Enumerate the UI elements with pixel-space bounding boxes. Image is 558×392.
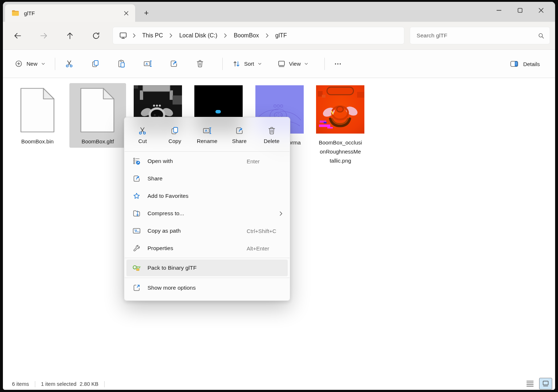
svg-text:A: A <box>145 62 148 66</box>
status-divider <box>35 381 35 387</box>
view-button[interactable]: View <box>273 57 313 71</box>
toolbar-separator <box>324 58 325 70</box>
menu-separator <box>125 278 290 278</box>
quick-actions-row: Cut Copy A Rename Share Delete <box>124 118 290 151</box>
menu-item-pack-to-binary-gltf[interactable]: lTF Pack to Binary glTF <box>126 260 288 276</box>
menu-item-copy-as-path[interactable]: Copy as path Ctrl+Shift+C <box>124 222 290 240</box>
delete-button[interactable] <box>191 56 209 72</box>
menu-item-compress-to[interactable]: Compress to... <box>124 205 290 222</box>
search-box <box>410 27 550 44</box>
details-view-toggle[interactable] <box>524 378 536 389</box>
share-icon <box>235 126 244 135</box>
file-boombox-bin[interactable] <box>20 88 54 132</box>
document-icon <box>20 88 54 132</box>
view-button-label: View <box>289 61 301 67</box>
rename-icon: A <box>202 126 212 135</box>
command-toolbar: New A Sort View <box>3 50 555 78</box>
search-input[interactable] <box>416 32 538 39</box>
breadcrumb-boombox[interactable]: BoomBox <box>230 31 262 40</box>
context-share-button[interactable]: Share <box>224 121 255 149</box>
sort-icon <box>232 60 241 68</box>
svg-text:A: A <box>205 129 207 132</box>
ellipsis-icon <box>333 59 343 69</box>
file-explorer-window: glTF + <box>3 2 555 390</box>
share-button[interactable] <box>165 56 182 72</box>
thumbnail-view-toggle[interactable] <box>539 378 552 389</box>
breadcrumb-chevron-icon <box>263 33 271 38</box>
menu-item-share[interactable]: Share <box>124 170 290 187</box>
maximize-button[interactable] <box>509 2 530 19</box>
tab-bar: glTF + <box>3 2 555 22</box>
copy-path-icon <box>132 226 141 235</box>
context-cut-button[interactable]: Cut <box>127 121 158 149</box>
menu-item-open-with[interactable]: Open with Enter <box>124 152 290 170</box>
close-button[interactable] <box>530 2 551 19</box>
menu-separator <box>125 151 290 152</box>
details-pane-button[interactable]: Details <box>506 56 543 71</box>
tab-close-icon[interactable] <box>121 8 131 18</box>
share-icon <box>132 174 141 183</box>
plus-circle-icon <box>15 60 23 68</box>
shortcut-label: Alt+Enter <box>247 245 269 252</box>
compress-zip-icon <box>132 209 141 218</box>
status-bar: 6 items 1 item selected 2.80 KB <box>3 378 555 390</box>
new-button[interactable]: New <box>10 57 50 71</box>
minimize-button[interactable] <box>488 2 509 19</box>
shortcut-label: Ctrl+Shift+C <box>247 228 276 234</box>
selection-size: 2.80 KB <box>80 381 98 387</box>
cut-button[interactable] <box>60 56 78 72</box>
open-external-icon <box>132 283 141 292</box>
wrench-icon <box>132 244 141 253</box>
navigation-bar: This PC Local Disk (C:) BoomBox glTF <box>3 22 555 50</box>
item-count: 6 items <box>12 381 29 387</box>
delete-icon <box>267 126 276 135</box>
back-button[interactable] <box>9 28 26 43</box>
search-icon[interactable] <box>538 32 545 39</box>
menu-item-properties[interactable]: Properties Alt+Enter <box>124 240 290 257</box>
list-view-icon <box>526 380 534 387</box>
context-menu: Cut Copy A Rename Share Delete <box>124 117 290 301</box>
tab-title: glTF <box>24 10 117 16</box>
up-button[interactable] <box>62 28 78 43</box>
star-icon <box>132 192 141 200</box>
window-controls <box>488 2 551 19</box>
menu-item-add-to-favorites[interactable]: Add to Favorites <box>124 187 290 205</box>
sort-button[interactable]: Sort <box>228 57 266 71</box>
forward-button[interactable] <box>36 28 52 43</box>
new-button-label: New <box>27 61 37 67</box>
gltf-logo-icon: lTF <box>132 264 141 272</box>
new-tab-button[interactable]: + <box>140 7 153 19</box>
refresh-button[interactable] <box>88 28 105 43</box>
breadcrumb-gltf[interactable]: glTF <box>272 31 291 40</box>
menu-item-show-more-options[interactable]: Show more options <box>124 279 290 297</box>
breadcrumb-local-disk[interactable]: Local Disk (C:) <box>175 31 221 40</box>
breadcrumb-chevron-icon <box>130 33 138 38</box>
context-copy-button[interactable]: Copy <box>159 121 190 149</box>
copy-button[interactable] <box>86 56 104 72</box>
chevron-down-icon <box>258 62 262 66</box>
context-rename-button[interactable]: A Rename <box>192 121 222 149</box>
context-delete-button[interactable]: Delete <box>256 121 287 149</box>
document-icon <box>80 88 114 132</box>
cut-icon <box>138 126 147 135</box>
details-pane-label: Details <box>523 61 540 67</box>
breadcrumb-chevron-icon <box>222 33 229 38</box>
file-thumbnail-orm-map[interactable] <box>316 85 364 134</box>
menu-separator <box>125 258 290 258</box>
chevron-down-icon <box>304 62 308 66</box>
folder-icon <box>12 10 19 16</box>
open-with-icon <box>132 157 141 166</box>
view-icon <box>277 60 286 68</box>
shortcut-label: Enter <box>247 158 260 164</box>
address-bar[interactable]: This PC Local Disk (C:) BoomBox glTF <box>113 27 404 44</box>
more-options-button[interactable] <box>330 56 346 72</box>
toolbar-separator <box>55 58 55 70</box>
file-list-area[interactable]: BoomBox.bin BoomBox.gltf <box>3 78 555 378</box>
paste-button[interactable] <box>113 56 130 72</box>
rename-button[interactable]: A <box>139 56 156 72</box>
file-label: BoomBox.bin <box>10 138 65 145</box>
toolbar-separator <box>222 58 223 70</box>
copy-icon <box>170 126 179 135</box>
tab-gltf[interactable]: glTF <box>5 4 135 22</box>
breadcrumb-this-pc[interactable]: This PC <box>139 31 167 40</box>
